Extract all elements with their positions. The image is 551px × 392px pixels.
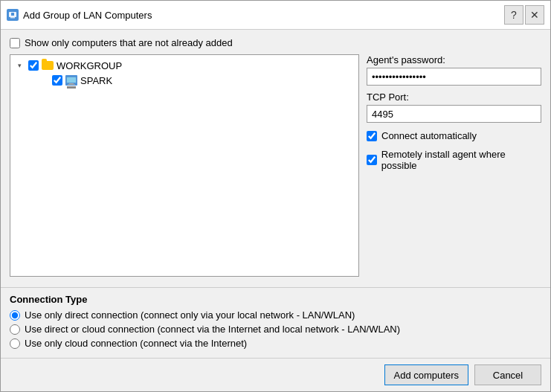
remote-install-checkbox[interactable] (367, 155, 377, 165)
tcp-port-input[interactable] (367, 105, 541, 123)
svg-rect-1 (10, 17, 15, 19)
help-button[interactable]: ? (504, 5, 523, 25)
cancel-button[interactable]: Cancel (474, 364, 541, 385)
password-input[interactable] (367, 68, 541, 86)
spark-expand (37, 74, 49, 86)
svg-rect-4 (67, 77, 76, 83)
svg-rect-6 (68, 84, 75, 85)
connect-auto-row: Connect automatically (367, 130, 541, 141)
computer-icon (65, 75, 77, 86)
radio-cloud-only-label: Use only cloud connection (connect via t… (25, 338, 247, 349)
show-only-label: Show only computers that are not already… (25, 37, 233, 48)
connection-type-section: Connection Type Use only direct connecti… (1, 287, 550, 358)
remote-install-label: Remotely install agent where possible (381, 149, 541, 171)
dialog-title: Add Group of LAN Computers (23, 10, 500, 21)
svg-rect-2 (11, 13, 14, 16)
tcp-port-group: TCP Port: (367, 91, 541, 123)
show-only-checkbox[interactable] (10, 38, 20, 48)
spark-label: SPARK (80, 75, 112, 86)
radio-direct-or-cloud-label: Use direct or cloud connection (connect … (25, 324, 400, 335)
connect-auto-label: Connect automatically (381, 130, 477, 141)
main-area: ▾ WORKGROUP (10, 54, 541, 277)
radio-direct-only-label: Use only direct connection (connect only… (25, 309, 355, 321)
dialog: Add Group of LAN Computers ? ✕ Show only… (0, 0, 551, 392)
radio-direct-only[interactable] (10, 310, 20, 321)
title-controls: ? ✕ (504, 5, 544, 25)
add-computers-button[interactable]: Add computers (384, 364, 468, 385)
connect-auto-checkbox[interactable] (367, 131, 377, 141)
tree-panel: ▾ WORKGROUP (10, 54, 359, 277)
password-label: Agent's password: (367, 54, 541, 65)
dialog-content: Show only computers that are not already… (1, 30, 550, 284)
folder-icon (42, 61, 54, 70)
bottom-buttons: Add computers Cancel (1, 358, 550, 391)
radio-cloud-only[interactable] (10, 338, 20, 349)
expand-icon: ▾ (13, 60, 25, 71)
svg-rect-5 (69, 83, 74, 84)
spark-checkbox[interactable] (52, 75, 62, 86)
tree-child-spark: SPARK (37, 73, 355, 88)
computer-icon-container (65, 75, 77, 86)
tcp-port-label: TCP Port: (367, 91, 541, 103)
radio-row-1: Use only direct connection (connect only… (10, 309, 541, 321)
remote-install-row: Remotely install agent where possible (367, 149, 541, 171)
top-checkbox-row: Show only computers that are not already… (10, 37, 541, 48)
tree-item-workgroup[interactable]: ▾ WORKGROUP (13, 58, 355, 73)
workgroup-checkbox[interactable] (28, 60, 39, 71)
radio-direct-or-cloud[interactable] (10, 324, 20, 335)
radio-row-3: Use only cloud connection (connect via t… (10, 338, 541, 349)
tree-item-spark[interactable]: SPARK (37, 73, 355, 88)
right-panel: Agent's password: TCP Port: Connect auto… (367, 54, 541, 277)
connection-type-title: Connection Type (10, 294, 541, 305)
title-bar: Add Group of LAN Computers ? ✕ (1, 1, 550, 30)
password-group: Agent's password: (367, 54, 541, 86)
radio-row-2: Use direct or cloud connection (connect … (10, 324, 541, 335)
close-button[interactable]: ✕ (525, 5, 544, 25)
workgroup-label: WORKGROUP (57, 60, 122, 71)
folder-icon-container (42, 60, 54, 71)
dialog-icon (7, 9, 19, 21)
